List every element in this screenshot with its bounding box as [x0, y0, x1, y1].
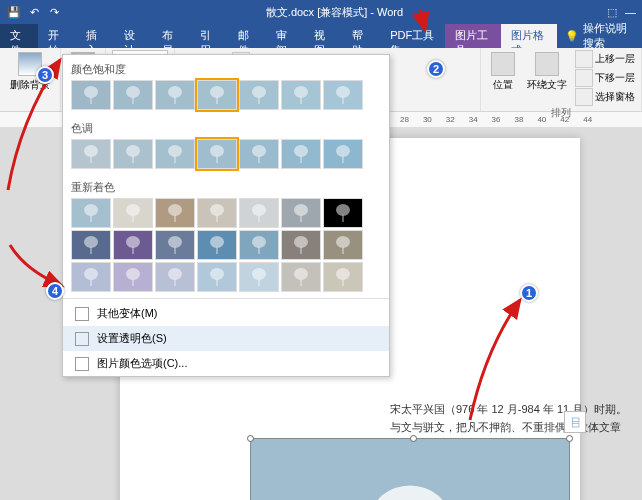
annotation-3: 3	[36, 66, 54, 84]
annotation-4: 4	[46, 282, 64, 300]
annotation-arrows	[0, 0, 642, 500]
annotation-1: 1	[520, 284, 538, 302]
annotation-2: 2	[427, 60, 445, 78]
